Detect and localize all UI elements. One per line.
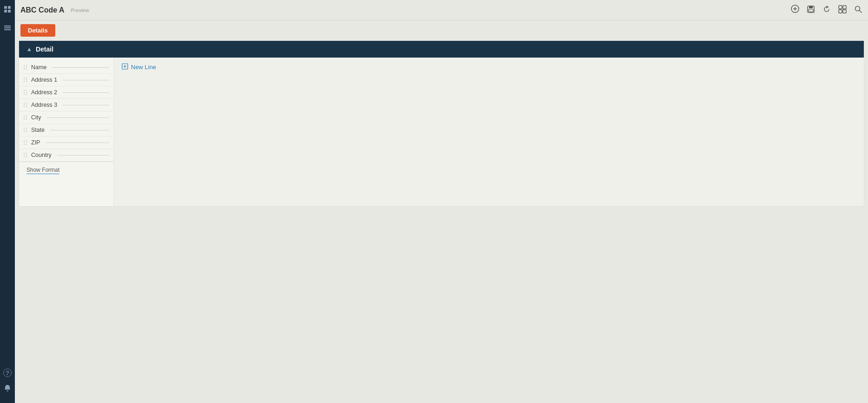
svg-rect-12 <box>809 9 813 12</box>
sidebar: ? <box>0 0 15 403</box>
svg-rect-13 <box>839 6 842 9</box>
new-line-button[interactable]: New Line <box>122 63 856 71</box>
field-line-address2 <box>63 92 109 93</box>
drag-handle-state <box>24 128 27 132</box>
field-label-city: City <box>31 114 41 121</box>
show-format-button[interactable]: Show Format <box>26 167 59 174</box>
save-icon[interactable] <box>807 5 815 15</box>
svg-rect-15 <box>839 10 842 13</box>
field-line-address3 <box>63 105 109 105</box>
preview-badge: Preview <box>71 7 89 13</box>
field-row-address1[interactable]: Address 1 <box>19 74 114 86</box>
svg-rect-1 <box>8 6 11 9</box>
right-panel: New Line <box>114 58 864 206</box>
svg-rect-6 <box>4 29 11 30</box>
field-line-city <box>47 117 109 118</box>
svg-rect-11 <box>809 6 813 8</box>
sidebar-menu-icon[interactable] <box>2 22 13 33</box>
section-body: Name Address 1 <box>19 58 864 206</box>
fields-panel: Name Address 1 <box>19 58 114 206</box>
svg-rect-0 <box>4 6 7 9</box>
drag-handle-address2 <box>24 90 27 95</box>
section-footer: Show Format <box>19 162 114 179</box>
field-line-name <box>52 67 109 68</box>
svg-rect-3 <box>8 10 11 13</box>
field-label-name: Name <box>31 64 46 71</box>
field-line-zip <box>46 143 109 143</box>
field-label-address1: Address 1 <box>31 77 57 83</box>
section-header[interactable]: ▲ Detail <box>19 41 864 58</box>
field-label-country: Country <box>31 152 52 158</box>
topbar: ABC Code A Preview <box>15 0 868 20</box>
field-row-city[interactable]: City <box>19 111 114 124</box>
field-row-state[interactable]: State <box>19 124 114 136</box>
field-label-address2: Address 2 <box>31 89 57 96</box>
refresh-icon[interactable] <box>822 5 831 15</box>
field-row-name[interactable]: Name <box>19 61 114 74</box>
sidebar-grid-icon[interactable] <box>2 4 13 15</box>
toolbar: Details <box>15 20 868 40</box>
add-icon[interactable] <box>791 5 799 15</box>
drag-handle-address3 <box>24 103 27 107</box>
drag-handle-zip <box>24 140 27 145</box>
main-content: ABC Code A Preview Details ▲ <box>15 0 868 403</box>
field-label-address3: Address 3 <box>31 102 57 108</box>
field-row-address2[interactable]: Address 2 <box>19 86 114 99</box>
detail-section: ▲ Detail Name <box>19 40 864 207</box>
field-line-address1 <box>63 80 109 80</box>
new-line-label: New Line <box>131 64 156 71</box>
field-label-state: State <box>31 127 45 133</box>
svg-rect-16 <box>843 10 846 13</box>
drag-handle-name <box>24 65 27 70</box>
field-line-state <box>50 130 109 130</box>
svg-rect-5 <box>4 27 11 28</box>
section-title: Detail <box>36 46 53 53</box>
field-row-zip[interactable]: ZIP <box>19 136 114 149</box>
search-icon[interactable] <box>854 5 862 15</box>
svg-rect-4 <box>4 26 11 26</box>
drag-handle-city <box>24 115 27 120</box>
details-button[interactable]: Details <box>20 24 55 37</box>
layout-icon[interactable] <box>838 5 847 15</box>
new-line-icon <box>122 63 128 71</box>
sidebar-notifications-icon[interactable] <box>2 383 13 394</box>
app-title: ABC Code A <box>20 6 65 14</box>
sidebar-help-icon[interactable]: ? <box>3 369 12 377</box>
field-label-zip: ZIP <box>31 139 40 146</box>
svg-line-18 <box>860 10 862 13</box>
collapse-icon: ▲ <box>26 46 32 52</box>
field-line-country <box>57 155 109 156</box>
field-row-address3[interactable]: Address 3 <box>19 99 114 111</box>
field-row-country[interactable]: Country <box>19 149 114 162</box>
svg-rect-2 <box>4 10 7 13</box>
drag-handle-country <box>24 153 27 157</box>
svg-rect-14 <box>843 6 846 9</box>
topbar-actions <box>791 5 862 15</box>
drag-handle-address1 <box>24 78 27 82</box>
